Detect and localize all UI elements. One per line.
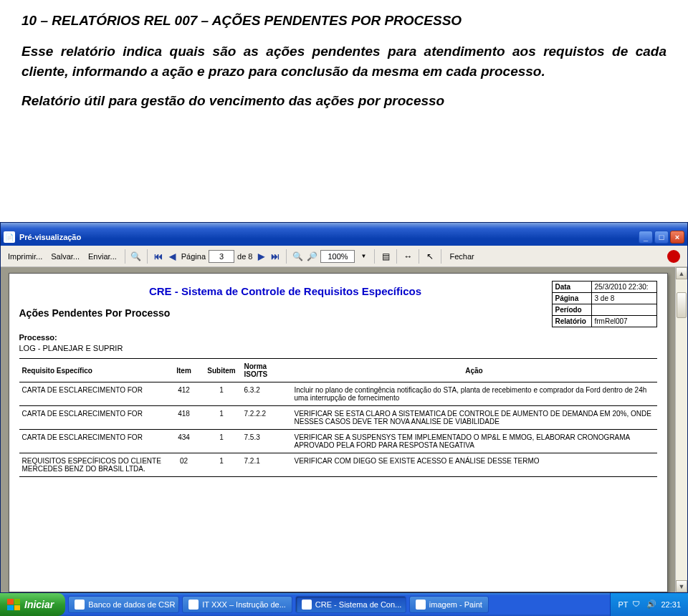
page-total-label: de 8	[237, 252, 252, 261]
col-header: Requisito Específico	[19, 359, 166, 382]
language-indicator[interactable]: PT	[618, 600, 628, 609]
brand-logo-icon	[667, 250, 680, 263]
zoom-out-icon[interactable]: 🔍	[292, 251, 303, 262]
table-row: CARTA DE ESCLARECIMENTO FOR41817.2.2.2VE…	[19, 406, 657, 430]
tray-icon[interactable]: 🛡	[632, 600, 642, 610]
col-header: Item	[166, 359, 202, 382]
scroll-up-button[interactable]: ▲	[676, 267, 687, 279]
tray-icon[interactable]: 🔊	[646, 600, 656, 610]
taskbar-item-active[interactable]: CRE - Sistema de Con...	[295, 596, 406, 613]
prev-page-icon[interactable]: ◀	[167, 251, 178, 262]
document-text-region: 10 – RELATÓRIOS REL 007 – AÇÕES PENDENTE…	[0, 0, 688, 127]
col-header: Subitem	[202, 359, 242, 382]
system-tray[interactable]: PT 🛡 🔊 22:31	[610, 593, 688, 616]
app-icon	[188, 600, 199, 610]
taskbar-item[interactable]: imagem - Paint	[409, 596, 489, 613]
col-header: Ação	[292, 359, 657, 382]
scroll-thumb[interactable]	[677, 292, 687, 318]
save-button[interactable]: Salvar...	[48, 251, 82, 262]
window-title: Pré-visualização	[19, 233, 81, 241]
close-preview-button[interactable]: Fechar	[446, 251, 477, 262]
doc-heading: 10 – RELATÓRIOS REL 007 – AÇÕES PENDENTE…	[22, 13, 666, 29]
table-row: REQUISITOS ESPECÍFICOS DO CLIENTE MERCED…	[19, 453, 657, 477]
ruler-icon[interactable]: ↔	[402, 251, 414, 262]
window-close-button[interactable]: ×	[670, 231, 684, 244]
send-button[interactable]: Enviar...	[85, 251, 120, 262]
taskbar-item[interactable]: IT XXX – Instrução de...	[182, 596, 292, 613]
app-icon: 📄	[4, 231, 15, 243]
app-icon	[75, 600, 85, 610]
first-page-icon[interactable]: ⏮	[153, 251, 164, 262]
last-page-icon[interactable]: ⏭	[269, 251, 281, 262]
col-header: Norma ISO/TS	[242, 359, 292, 382]
clock[interactable]: 22:31	[661, 600, 681, 609]
app-icon	[416, 600, 426, 610]
table-header-row: Requisito Específico Item Subitem Norma …	[19, 359, 657, 382]
minimize-button[interactable]: _	[639, 231, 653, 244]
app-icon	[302, 600, 312, 610]
search-icon[interactable]: 🔍	[130, 251, 142, 262]
table-row: CARTA DE ESCLARECIMENTO FOR43417.5.3VERI…	[19, 430, 657, 453]
preview-canvas: CRE - Sistema de Controle de Requisitos …	[1, 267, 687, 592]
next-page-icon[interactable]: ▶	[255, 251, 267, 262]
pointer-icon[interactable]: ↖	[424, 251, 436, 262]
print-button[interactable]: Imprimir...	[5, 251, 45, 262]
report-page: CRE - Sistema de Controle de Requisitos …	[9, 273, 668, 592]
scroll-down-button[interactable]: ▼	[676, 580, 687, 592]
maximize-button[interactable]: □	[654, 231, 669, 244]
process-value: LOG - PLANEJAR E SUPRIR	[19, 344, 657, 352]
zoom-in-icon[interactable]: 🔎	[306, 251, 317, 262]
scroll-track[interactable]	[676, 279, 687, 580]
table-row: CARTA DE ESCLARECIMENTO FOR41216.3.2Incl…	[19, 382, 657, 406]
layout-icon[interactable]: ▤	[380, 251, 391, 262]
page-label: Página	[181, 252, 206, 261]
doc-paragraph: Relatório útil para gestão do vencimento…	[22, 91, 666, 111]
process-label: Processo:	[19, 333, 657, 342]
report-subtitle: Ações Pendentes Por Processo	[19, 307, 552, 319]
toolbar: Imprimir... Salvar... Enviar... 🔍 ⏮ ◀ Pá…	[1, 246, 687, 267]
page-number-input[interactable]	[209, 250, 234, 263]
taskbar: Iniciar Banco de dados de CSR IT XXX – I…	[0, 593, 688, 616]
report-meta-box: Data25/3/2010 22:30: Página3 de 8 Períod…	[552, 281, 657, 327]
zoom-dropdown-icon[interactable]: ▼	[358, 251, 369, 262]
report-main-title: CRE - Sistema de Controle de Requisitos …	[19, 285, 552, 297]
zoom-input[interactable]	[320, 250, 355, 263]
start-button[interactable]: Iniciar	[0, 593, 65, 616]
window-titlebar[interactable]: 📄 Pré-visualização _ □ ×	[1, 228, 687, 246]
vertical-scrollbar[interactable]: ▲ ▼	[675, 267, 687, 592]
preview-window: 📄 Pré-visualização _ □ × Imprimir... Sal…	[0, 222, 688, 593]
windows-logo-icon	[7, 599, 20, 610]
taskbar-item[interactable]: Banco de dados de CSR	[68, 596, 179, 613]
doc-paragraph: Esse relatório indica quais são as ações…	[22, 42, 666, 81]
report-data-table: Requisito Específico Item Subitem Norma …	[19, 358, 657, 477]
